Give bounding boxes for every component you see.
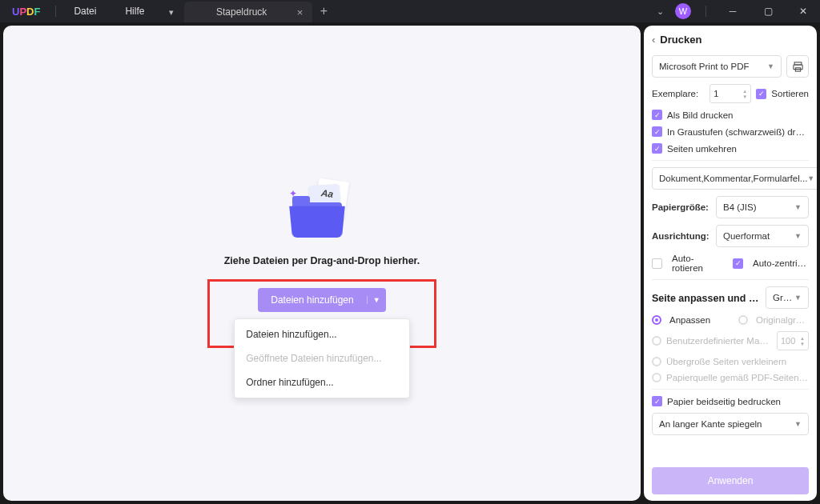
new-tab-button[interactable]: + bbox=[312, 0, 335, 22]
home-icon: ▾ bbox=[169, 7, 174, 18]
panel-header: ‹ Drucken bbox=[652, 34, 809, 46]
printer-settings-button[interactable] bbox=[786, 55, 809, 78]
chevron-down-icon: ▼ bbox=[794, 420, 802, 428]
menu-add-folder[interactable]: Ordner hinzufügen... bbox=[235, 370, 408, 394]
drop-hint: Ziehe Dateien per Drag-and-Drop hierher. bbox=[224, 255, 420, 266]
scale-input[interactable]: 100 ▲▼ bbox=[777, 331, 809, 350]
duplex-checkbox[interactable] bbox=[652, 396, 662, 406]
panel-title: Drucken bbox=[660, 34, 701, 46]
maximize-button[interactable]: ▢ bbox=[756, 0, 780, 22]
tab-active[interactable]: Stapeldruck × bbox=[184, 2, 312, 22]
window-controls: ⌄ W ─ ▢ ✕ bbox=[657, 0, 820, 22]
copies-label: Exemplare: bbox=[652, 89, 705, 98]
duplex-mode-select[interactable]: An langer Kante spiegeln▼ bbox=[652, 413, 809, 435]
original-radio[interactable] bbox=[738, 315, 748, 325]
folder-illustration: ✦ Aa bbox=[286, 178, 358, 242]
add-files-button[interactable]: Dateien hinzufügen ▼ bbox=[258, 288, 385, 312]
menu-add-open-files: Geöffnete Dateien hinzufügen... bbox=[235, 346, 408, 370]
chevron-down-icon[interactable]: ⌄ bbox=[657, 6, 664, 17]
fit-section-title: Seite anpassen und Optio... bbox=[652, 293, 761, 304]
add-files-menu: Dateien hinzufügen... Geöffnete Dateien … bbox=[234, 318, 409, 398]
pdf-source-radio[interactable] bbox=[652, 373, 661, 382]
chevron-down-icon: ▼ bbox=[767, 62, 774, 70]
paper-size-label: Papiergröße: bbox=[652, 202, 711, 212]
chevron-down-icon[interactable]: ▼ bbox=[367, 296, 386, 304]
text-icon: Aa bbox=[320, 187, 334, 200]
sort-checkbox[interactable] bbox=[756, 89, 766, 99]
auto-rotate-checkbox[interactable] bbox=[652, 258, 662, 269]
home-tab[interactable]: ▾ bbox=[159, 2, 184, 22]
menu-file[interactable]: Datei bbox=[59, 6, 111, 17]
content-select[interactable]: Dokument,Kommentar,Formularfel...▼ bbox=[652, 167, 817, 190]
minimize-button[interactable]: ─ bbox=[721, 0, 745, 22]
print-panel: ‹ Drucken Microsoft Print to PDF▼ Exempl… bbox=[644, 26, 817, 501]
menu-add-files[interactable]: Dateien hinzufügen... bbox=[235, 322, 408, 346]
menu-help[interactable]: Hilfe bbox=[111, 6, 159, 17]
apply-button[interactable]: Anwenden bbox=[652, 467, 809, 494]
title-bar: UPDF Datei Hilfe ▾ Stapeldruck × + ⌄ W ─… bbox=[0, 0, 820, 22]
chevron-down-icon: ▼ bbox=[794, 203, 802, 211]
tab-title: Stapeldruck bbox=[194, 6, 288, 18]
as-image-checkbox[interactable] bbox=[652, 110, 662, 120]
fit-mode-select[interactable]: Grö...▼ bbox=[766, 286, 809, 309]
shrink-radio[interactable] bbox=[652, 357, 661, 366]
custom-scale-radio[interactable] bbox=[652, 336, 661, 346]
paper-size-select[interactable]: B4 (JIS)▼ bbox=[716, 196, 809, 218]
app-logo: UPDF bbox=[0, 6, 52, 18]
reverse-checkbox[interactable] bbox=[652, 143, 662, 154]
printer-icon bbox=[792, 61, 804, 73]
printer-select[interactable]: Microsoft Print to PDF▼ bbox=[652, 55, 782, 78]
drop-area: ✦ Aa Ziehe Dateien per Drag-and-Drop hie… bbox=[207, 178, 436, 348]
orientation-select[interactable]: Querformat▼ bbox=[716, 225, 809, 247]
chevron-down-icon: ▼ bbox=[807, 174, 814, 182]
drop-canvas: ✦ Aa Ziehe Dateien per Drag-and-Drop hie… bbox=[3, 26, 641, 501]
close-button[interactable]: ✕ bbox=[791, 0, 815, 22]
chevron-down-icon: ▼ bbox=[794, 232, 802, 240]
orientation-label: Ausrichtung: bbox=[652, 231, 711, 241]
highlight-box: Dateien hinzufügen ▼ Dateien hinzufügen.… bbox=[207, 279, 436, 348]
copies-input[interactable]: 1 ▲▼ bbox=[709, 84, 751, 103]
chevron-down-icon: ▼ bbox=[794, 294, 802, 302]
svg-rect-1 bbox=[793, 65, 802, 70]
fit-radio[interactable] bbox=[652, 315, 661, 325]
workspace: ✦ Aa Ziehe Dateien per Drag-and-Drop hie… bbox=[0, 22, 820, 504]
close-icon[interactable]: × bbox=[289, 6, 303, 18]
auto-center-checkbox[interactable] bbox=[733, 258, 743, 269]
grayscale-checkbox[interactable] bbox=[652, 126, 662, 137]
tab-bar: ▾ Stapeldruck × + bbox=[159, 0, 657, 22]
back-icon[interactable]: ‹ bbox=[652, 34, 655, 46]
avatar[interactable]: W bbox=[675, 3, 691, 19]
